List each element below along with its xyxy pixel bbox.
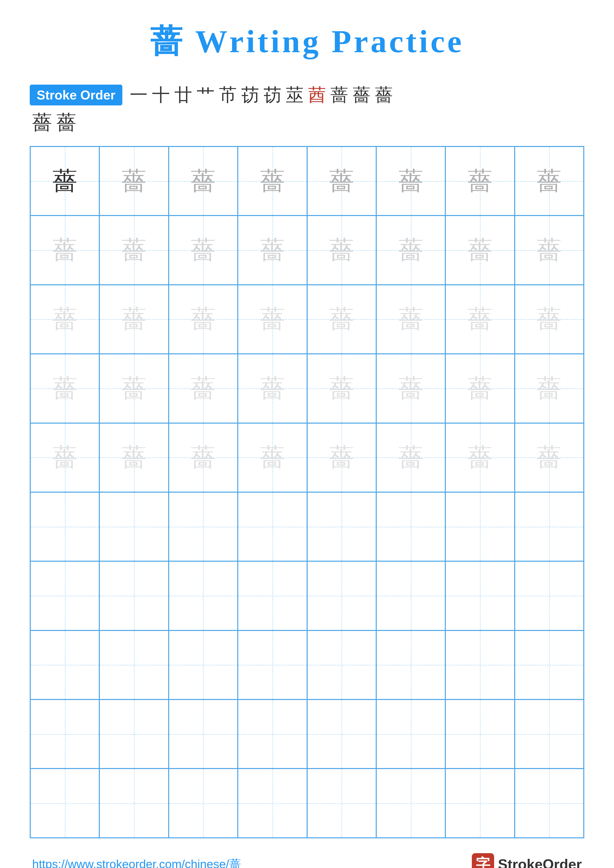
grid-cell[interactable]: 薔 (307, 354, 376, 423)
stroke-order-section: Stroke Order 一 十 廿 艹 芇 苆 苆 莁 莤 蔷 薔 薔 薔 薔 (30, 83, 584, 136)
grid-cell[interactable]: 薔 (445, 354, 515, 423)
grid-cell[interactable] (238, 561, 307, 630)
grid-cell[interactable]: 薔 (515, 423, 584, 492)
grid-cell[interactable] (238, 699, 307, 769)
grid-cell[interactable] (99, 631, 168, 699)
grid-cell[interactable]: 薔 (445, 146, 515, 215)
grid-cell[interactable] (376, 699, 445, 769)
practice-char: 薔 (121, 307, 146, 332)
grid-cell[interactable] (445, 699, 515, 769)
grid-cell[interactable]: 薔 (99, 285, 168, 354)
grid-cell[interactable]: 薔 (99, 146, 168, 215)
grid-cell[interactable]: 薔 (376, 354, 445, 423)
grid-cell[interactable]: 薔 (515, 146, 584, 215)
grid-cell[interactable] (307, 631, 376, 699)
grid-cell[interactable] (515, 631, 584, 699)
grid-cell[interactable] (515, 561, 584, 630)
practice-char: 薔 (329, 376, 354, 401)
grid-cell[interactable] (376, 561, 445, 630)
practice-char: 薔 (191, 445, 216, 470)
practice-char: 薔 (191, 307, 216, 332)
grid-cell[interactable] (445, 492, 515, 561)
grid-cell[interactable]: 薔 (238, 146, 307, 215)
grid-cell[interactable] (376, 631, 445, 699)
grid-cell[interactable]: 薔 (238, 354, 307, 423)
grid-cell[interactable]: 薔 (99, 215, 168, 285)
grid-cell[interactable] (307, 769, 376, 837)
grid-cell[interactable]: 薔 (30, 215, 99, 285)
brand-name: StrokeOrder (498, 856, 582, 868)
brand-logo: 字 (472, 853, 494, 868)
stroke-char-5: 芇 (219, 83, 237, 107)
grid-cell[interactable] (169, 631, 238, 699)
grid-cell[interactable] (30, 631, 99, 699)
grid-cell[interactable]: 薔 (376, 285, 445, 354)
grid-cell[interactable]: 薔 (169, 285, 238, 354)
footer-brand: 字 StrokeOrder (472, 853, 582, 868)
grid-cell[interactable] (30, 699, 99, 769)
grid-cell[interactable]: 薔 (515, 285, 584, 354)
grid-cell[interactable]: 薔 (169, 146, 238, 215)
grid-cell[interactable]: 薔 (99, 354, 168, 423)
page: 蔷 Writing Practice Stroke Order 一 十 廿 艹 … (0, 0, 614, 868)
grid-cell[interactable]: 薔 (238, 215, 307, 285)
grid-cell[interactable]: 薔 (445, 215, 515, 285)
grid-cell[interactable]: 薔 (307, 423, 376, 492)
grid-cell[interactable]: 薔 (238, 285, 307, 354)
grid-cell[interactable]: 薔 (515, 215, 584, 285)
grid-cell[interactable]: 薔 (169, 215, 238, 285)
grid-cell[interactable]: 薔 (515, 354, 584, 423)
grid-cell[interactable]: 薔 (376, 146, 445, 215)
grid-cell[interactable] (445, 631, 515, 699)
grid-cell[interactable]: 薔 (376, 423, 445, 492)
grid-cell[interactable]: 薔 (307, 285, 376, 354)
grid-cell[interactable]: 薔 (169, 423, 238, 492)
grid-cell[interactable] (30, 769, 99, 837)
grid-cell[interactable] (445, 769, 515, 837)
grid-cell[interactable]: 薔 (30, 423, 99, 492)
title-char: 蔷 Writing Practice (150, 23, 464, 59)
grid-cell[interactable] (30, 492, 99, 561)
grid-cell[interactable]: 薔 (445, 423, 515, 492)
practice-char: 薔 (121, 376, 146, 401)
grid-cell[interactable]: 薔 (307, 146, 376, 215)
grid-cell[interactable] (515, 492, 584, 561)
grid-cell[interactable]: 薔 (169, 354, 238, 423)
grid-cell[interactable]: 薔 (307, 215, 376, 285)
grid-cell[interactable] (30, 561, 99, 630)
grid-cell[interactable] (99, 699, 168, 769)
grid-cell[interactable] (307, 492, 376, 561)
grid-cell[interactable] (307, 561, 376, 630)
grid-cell[interactable] (307, 699, 376, 769)
practice-char: 薔 (537, 169, 561, 194)
grid-cell[interactable]: 薔 (445, 285, 515, 354)
stroke-char-3: 廿 (174, 83, 192, 107)
page-title: 蔷 Writing Practice (150, 20, 464, 64)
grid-cell[interactable] (238, 631, 307, 699)
stroke-chars: 一 十 廿 艹 芇 苆 苆 莁 莤 蔷 薔 薔 (130, 83, 393, 107)
stroke-char-row2-1: 薔 (32, 109, 52, 136)
grid-cell[interactable] (238, 492, 307, 561)
grid-cell[interactable]: 薔 (99, 423, 168, 492)
grid-cell[interactable] (515, 769, 584, 837)
grid-cell[interactable] (169, 492, 238, 561)
grid-cell[interactable]: 薔 (238, 423, 307, 492)
grid-cell[interactable] (376, 492, 445, 561)
grid-cell[interactable] (99, 492, 168, 561)
practice-char: 薔 (329, 307, 354, 332)
grid-cell[interactable] (169, 561, 238, 630)
practice-char: 薔 (121, 238, 146, 262)
grid-cell[interactable]: 薔 (376, 215, 445, 285)
grid-cell[interactable] (169, 699, 238, 769)
practice-char: 薔 (191, 238, 216, 262)
grid-cell[interactable]: 薔 (30, 354, 99, 423)
grid-cell[interactable] (99, 561, 168, 630)
grid-cell[interactable]: 薔 (30, 146, 99, 215)
grid-cell[interactable] (515, 699, 584, 769)
grid-cell[interactable] (169, 769, 238, 837)
grid-cell[interactable] (99, 769, 168, 837)
grid-cell[interactable]: 薔 (30, 285, 99, 354)
grid-cell[interactable] (445, 561, 515, 630)
grid-cell[interactable] (376, 769, 445, 837)
grid-cell[interactable] (238, 769, 307, 837)
